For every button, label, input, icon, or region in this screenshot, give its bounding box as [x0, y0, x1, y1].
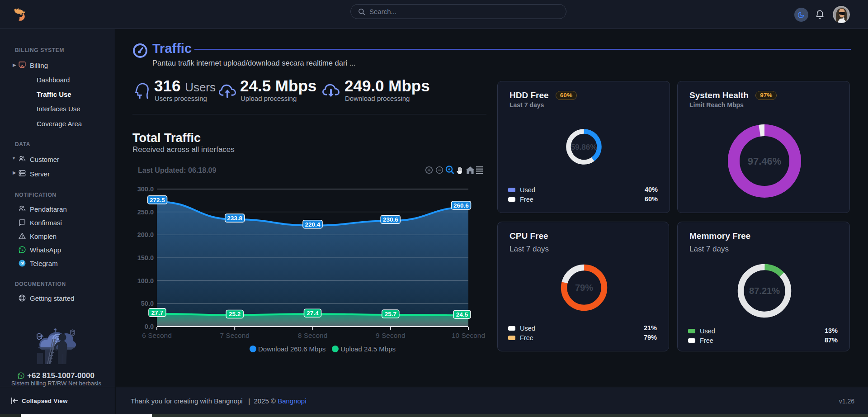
svg-text:0.0: 0.0 [145, 323, 154, 330]
svg-text:25.7: 25.7 [385, 311, 396, 317]
svg-text:233.8: 233.8 [227, 215, 242, 222]
svg-text:10 Second: 10 Second [452, 332, 485, 339]
svg-text:6 Second: 6 Second [142, 332, 172, 339]
svg-text:27.4: 27.4 [307, 310, 319, 317]
svg-text:59.86%: 59.86% [571, 143, 597, 152]
svg-text:25.2: 25.2 [229, 311, 241, 317]
svg-text:24.5: 24.5 [456, 311, 468, 318]
svg-text:100.0: 100.0 [137, 277, 154, 284]
svg-text:27.7: 27.7 [151, 309, 163, 316]
svg-text:200.0: 200.0 [137, 231, 154, 238]
svg-text:260.6: 260.6 [453, 202, 469, 209]
svg-text:97.46%: 97.46% [748, 156, 782, 167]
svg-text:230.6: 230.6 [383, 216, 398, 223]
svg-text:9 Second: 9 Second [376, 332, 406, 339]
svg-text:87.21%: 87.21% [749, 286, 780, 296]
svg-text:7 Second: 7 Second [220, 332, 250, 339]
svg-text:220.4: 220.4 [305, 221, 321, 228]
svg-text:250.0: 250.0 [137, 208, 154, 216]
svg-text:272.5: 272.5 [150, 197, 165, 204]
svg-text:79%: 79% [575, 283, 593, 293]
svg-text:8 Second: 8 Second [298, 332, 328, 339]
svg-text:50.0: 50.0 [141, 300, 154, 307]
svg-text:300.0: 300.0 [137, 185, 154, 193]
svg-text:150.0: 150.0 [137, 254, 154, 261]
